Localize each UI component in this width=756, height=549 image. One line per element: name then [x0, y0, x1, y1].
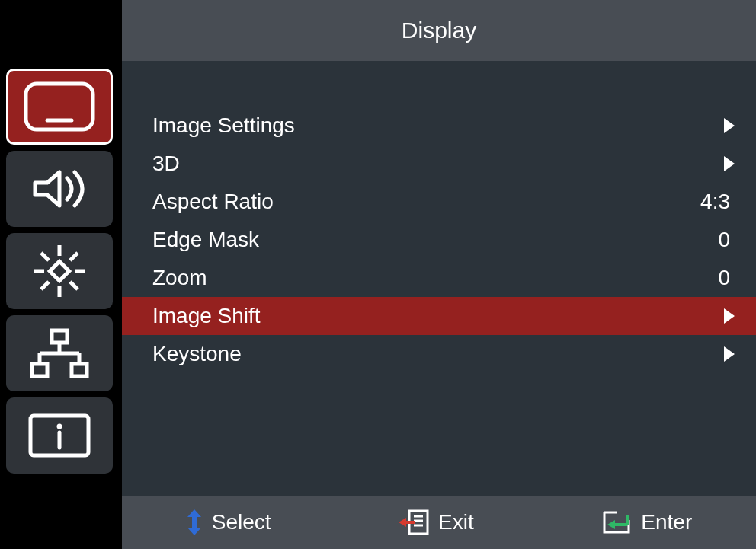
menu-value: 0	[718, 228, 730, 252]
svg-line-8	[41, 253, 49, 260]
svg-line-7	[70, 253, 78, 260]
network-icon	[21, 326, 98, 381]
chevron-right-icon	[724, 308, 735, 324]
svg-rect-11	[52, 330, 67, 343]
svg-marker-29	[399, 518, 406, 527]
menu-label: 3D	[152, 152, 719, 176]
exit-icon	[399, 509, 429, 535]
svg-rect-13	[72, 364, 87, 376]
chevron-right-icon	[724, 156, 735, 171]
svg-line-10	[41, 282, 49, 289]
svg-marker-21	[187, 509, 201, 517]
monitor-icon	[21, 79, 98, 134]
menu-item-zoom[interactable]: Zoom 0	[122, 259, 756, 297]
svg-line-9	[70, 282, 78, 289]
svg-point-19	[57, 424, 62, 429]
footer-enter: Enter	[601, 509, 692, 535]
speaker-icon	[21, 161, 98, 216]
sidebar-item-info[interactable]	[6, 397, 113, 474]
menu-label: Keystone	[152, 342, 719, 366]
menu-label: Aspect Ratio	[152, 190, 700, 214]
updown-arrows-icon	[186, 509, 203, 535]
footer-exit: Exit	[399, 509, 474, 535]
footer-bar: Select Exit	[122, 496, 756, 549]
footer-exit-label: Exit	[438, 510, 474, 535]
menu-label: Image Settings	[152, 113, 719, 138]
svg-rect-0	[26, 84, 93, 129]
info-icon	[21, 408, 98, 463]
menu-panel: Image Settings 3D Aspect Ratio 4:3 Edge …	[122, 61, 756, 496]
footer-select-label: Select	[212, 510, 271, 535]
menu-item-keystone[interactable]: Keystone	[122, 335, 756, 373]
osd-root: Display	[0, 0, 756, 549]
title-spacer	[0, 0, 122, 61]
sidebar-item-audio[interactable]	[6, 151, 113, 227]
sidebar-item-setup[interactable]	[6, 233, 113, 309]
chevron-right-icon	[724, 118, 735, 133]
page-title: Display	[402, 18, 476, 43]
menu-item-image-settings[interactable]: Image Settings	[122, 107, 756, 145]
sidebar-item-network[interactable]	[6, 315, 113, 391]
title-bar: Display	[122, 0, 756, 61]
sidebar-item-display[interactable]	[6, 69, 113, 145]
svg-marker-23	[187, 528, 201, 535]
menu-item-3d[interactable]: 3D	[122, 145, 756, 183]
menu-value: 0	[718, 266, 730, 290]
svg-marker-32	[607, 520, 615, 529]
footer-enter-label: Enter	[641, 510, 692, 535]
svg-rect-22	[192, 516, 197, 528]
menu-item-aspect-ratio[interactable]: Aspect Ratio 4:3	[122, 183, 756, 221]
svg-rect-12	[32, 364, 47, 376]
menu-label: Image Shift	[152, 304, 719, 328]
sidebar	[0, 61, 122, 549]
menu-label: Edge Mask	[152, 228, 718, 252]
gear-icon	[29, 241, 90, 302]
menu-value: 4:3	[700, 190, 730, 214]
menu-label: Zoom	[152, 266, 718, 290]
enter-icon	[601, 509, 632, 535]
menu-item-image-shift[interactable]: Image Shift	[122, 297, 756, 335]
footer-select: Select	[186, 509, 271, 535]
chevron-right-icon	[724, 346, 735, 362]
svg-rect-2	[50, 261, 69, 280]
menu-item-edge-mask[interactable]: Edge Mask 0	[122, 221, 756, 259]
